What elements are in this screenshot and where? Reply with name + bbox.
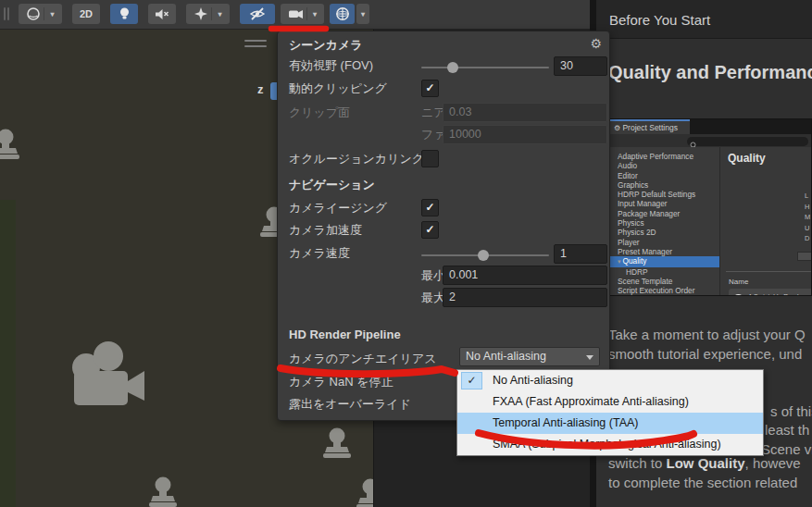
- fov-label: 有効視野 (FOV): [289, 57, 373, 74]
- occlusion-label: オクルージョンカリング: [289, 151, 424, 167]
- fov-field[interactable]: 30: [554, 56, 607, 76]
- gear-icon: ⚙: [614, 124, 622, 132]
- shaded-sphere-icon: [26, 6, 41, 21]
- easing-label: カメライージング: [289, 200, 387, 216]
- chevron-down-icon: ▾: [313, 10, 317, 19]
- chevron-down-icon: ▾: [218, 10, 221, 19]
- exposure-label: 露出をオーバーライド: [289, 396, 411, 413]
- dynamic-clipping-checkbox[interactable]: ✓: [421, 80, 439, 97]
- occlusion-checkbox[interactable]: [421, 150, 439, 167]
- 2d-toggle-button[interactable]: 2D: [72, 4, 100, 24]
- tutorial-paragraph-line: to complete the section related: [608, 475, 797, 490]
- menu-item-smaa[interactable]: SMAA (Subpixel Morphological Anti-aliasi…: [457, 434, 763, 455]
- scene-toolbar: ▾ 2D ▾: [0, 0, 590, 30]
- warning-icon: !: [732, 294, 744, 296]
- settings-detail-pane: Quality LHMUD Name ! A Scriptable Render…: [720, 147, 812, 296]
- speed-slider-knob[interactable]: [478, 250, 489, 261]
- settings-sidebar-item: Input Manager: [607, 199, 719, 208]
- near-field[interactable]: 0.03: [443, 103, 607, 122]
- menu-item-taa[interactable]: Temporal Anti-aliasing (TAA): [457, 413, 763, 434]
- easing-checkbox[interactable]: ✓: [421, 199, 439, 216]
- unity-editor-window: z ▾ 2D: [0, 0, 812, 507]
- antialiasing-label: カメラのアンチエイリアス: [289, 351, 437, 367]
- menu-item-fxaa[interactable]: FXAA (Fast Approximate Anti-aliasing): [457, 391, 763, 413]
- tutorial-paragraph-line: Take a moment to adjust your Q: [608, 327, 806, 342]
- effects-star-icon: [194, 6, 208, 21]
- chevron-down-icon: [586, 355, 593, 360]
- stamp-object[interactable]: [323, 428, 351, 459]
- camera-icon: [288, 7, 304, 20]
- speed-field[interactable]: 1: [554, 244, 607, 264]
- clip-planes-label: クリップ面: [289, 105, 350, 121]
- stamp-object[interactable]: [149, 477, 177, 507]
- component-tools-button[interactable]: [330, 4, 355, 24]
- speed-label: カメラ速度: [289, 245, 350, 262]
- project-settings-tab: ⚙ Project Settings: [610, 119, 690, 134]
- chevron-down-icon: ▾: [361, 10, 365, 19]
- acceleration-label: カメラ加速度: [289, 222, 362, 239]
- fov-slider-knob[interactable]: [447, 62, 458, 73]
- acceleration-checkbox[interactable]: ✓: [421, 221, 439, 239]
- audio-mute-button[interactable]: [148, 4, 176, 24]
- light-bulb-icon: [118, 6, 131, 21]
- screenshot-search-field: [687, 137, 808, 146]
- settings-sidebar-item: HDRP Default Settings: [607, 190, 719, 199]
- tutorial-paragraph-line: switch to Low Quality, howeve: [608, 455, 801, 471]
- warning-box: ! A Scriptable Render and are hidden: [729, 289, 812, 296]
- settings-sidebar-item: HDRP: [607, 267, 719, 277]
- settings-sidebar-item: ▾Quality: [607, 256, 719, 266]
- min-field[interactable]: 0.001: [443, 266, 607, 285]
- settings-sidebar-item: Adaptive Performance: [607, 152, 719, 161]
- stamp-object[interactable]: [356, 479, 373, 507]
- settings-sidebar-item: Preset Manager: [607, 247, 719, 256]
- menu-item-no-antialiasing[interactable]: ✓ No Anti-aliasing: [457, 370, 763, 391]
- overlay-drag-handle[interactable]: [244, 40, 267, 51]
- fov-slider[interactable]: [421, 67, 549, 68]
- settings-sidebar-item: Physics 2D: [607, 228, 719, 237]
- dynamic-clipping-label: 動的クリッピング: [289, 80, 387, 97]
- component-tools-dropdown[interactable]: ▾: [356, 4, 369, 24]
- antialiasing-menu: ✓ No Anti-aliasing FXAA (Fast Approximat…: [456, 369, 764, 456]
- camera-gizmo-object[interactable]: [72, 341, 144, 405]
- lighting-toggle-button[interactable]: [110, 4, 138, 24]
- max-field[interactable]: 2: [443, 288, 607, 307]
- gear-icon[interactable]: ⚙: [590, 36, 602, 51]
- gizmo-sphere-icon: [335, 6, 350, 21]
- quality-level-label: U: [805, 224, 809, 232]
- name-label: Name: [729, 278, 748, 286]
- settings-sidebar-item: Physics: [607, 218, 719, 228]
- settings-sidebar-item: Graphics: [607, 180, 719, 190]
- eye-slash-icon: [249, 6, 266, 21]
- quality-level-label: L: [805, 192, 808, 200]
- quality-level-label: D: [805, 234, 809, 242]
- antialiasing-dropdown[interactable]: No Anti-aliasing: [459, 347, 600, 366]
- warning-text: A Scriptable Render: [748, 293, 804, 296]
- scene-camera-popup: シーンカメラ ⚙ 有効視野 (FOV) 30 動的クリッピング ✓ クリップ面 …: [277, 31, 610, 421]
- speaker-muted-icon: [155, 7, 169, 21]
- effects-toggle-button[interactable]: ▾: [186, 4, 230, 24]
- far-field[interactable]: 10000: [443, 125, 607, 144]
- toolbar-drag-handle[interactable]: [4, 7, 6, 20]
- settings-sidebar: Adaptive PerformanceAudioEditorGraphicsH…: [607, 147, 720, 296]
- settings-sidebar-item: Scene Template: [607, 277, 719, 286]
- tutorial-paragraph-line: smooth tutorial experience, und: [608, 346, 802, 362]
- check-icon: ✓: [461, 372, 482, 390]
- divider: [726, 271, 812, 272]
- scene-visibility-button[interactable]: [240, 4, 275, 24]
- quality-level-button: [797, 252, 812, 261]
- scene-camera-button[interactable]: ▾: [281, 4, 324, 24]
- settings-sidebar-item: Package Manager: [607, 209, 719, 218]
- project-settings-screenshot: ⚙ Project Settings Adaptive PerformanceA…: [606, 118, 812, 296]
- tutorial-section-heading: Quality and Performance: [608, 62, 812, 83]
- toolbar-drag-handle[interactable]: [7, 7, 9, 20]
- quality-level-label: H: [805, 203, 809, 211]
- stamp-object[interactable]: [0, 130, 19, 160]
- navigation-header: ナビゲーション: [289, 177, 375, 193]
- tutorial-header-title: Before You Start: [609, 12, 710, 28]
- hdrp-header: HD Render Pipeline: [289, 327, 401, 343]
- settings-sidebar-item: Script Execution Order: [607, 286, 719, 295]
- chevron-down-icon: ▾: [50, 10, 54, 19]
- z-axis-label: z: [257, 82, 264, 96]
- shading-mode-button[interactable]: ▾: [19, 4, 62, 24]
- tutorial-paragraph-fragment: s of this: [770, 403, 812, 419]
